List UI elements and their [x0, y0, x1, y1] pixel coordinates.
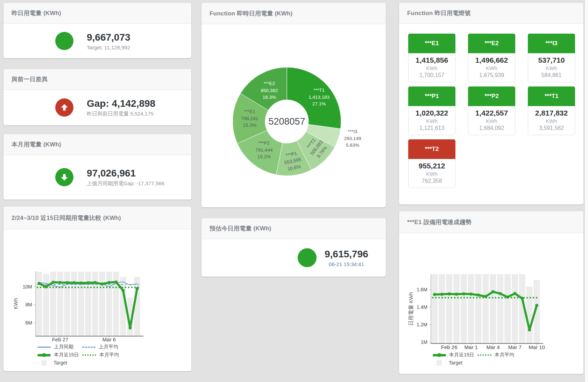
x-tick-label: Feb 26 [441, 344, 458, 350]
card-header: 昨日用電量 (KWh) [3, 3, 191, 24]
card-month-usage: 本月用電量 (KWh) 97,026,961 上個月同期用電Gap: -17,3… [3, 134, 191, 200]
target-bar [468, 274, 474, 343]
tile-status-header: ***E2 [468, 34, 515, 53]
svg-text:293,149: 293,149 [344, 136, 361, 141]
device-tile-***T1: ***T12,817,832KWh3,591,562 [528, 86, 575, 135]
card-title: Function 即時日用電量 (KWh) [210, 9, 292, 18]
svg-text:5.63%: 5.63% [346, 143, 359, 148]
device-tile-***P1: ***P11,020,322KWh1,121,613 [408, 86, 455, 135]
svg-text:1,413,183: 1,413,183 [309, 95, 330, 100]
donut-center-total: 5208057 [268, 116, 305, 127]
legend-item-本月近15日[interactable]: 本月近15日 [433, 352, 477, 358]
kpi-block: 97,026,961 上個月同期用電Gap: -17,377,566 [87, 167, 164, 187]
legend-item-Target[interactable]: Target [37, 360, 82, 366]
kpi-block: Gap: 4,142,898 昨日與前日用電量 5,524,175 [87, 98, 155, 117]
tile-unit: KWh [528, 118, 575, 124]
legend-item-本月平均[interactable]: 本月平均 [82, 352, 127, 358]
x-tick-label: Mar 10 [529, 344, 545, 350]
card-title: ***E1 設備用電達成趨勢 [407, 218, 472, 226]
card-title: 與前一日差異 [12, 75, 48, 83]
svg-text:15.2%: 15.2% [257, 154, 271, 159]
legend-item-上月平均[interactable]: 上月平均 [82, 344, 127, 350]
tile-target: 1,121,613 [409, 125, 455, 135]
tile-value: 955,212 [409, 162, 455, 170]
legend-item-上月同期[interactable]: 上月同期 [37, 344, 82, 350]
x-tick-label: Mar 1 [465, 344, 478, 350]
tile-status-header: ***T2 [408, 139, 455, 159]
y-tick-label: 1.4M [417, 304, 427, 310]
svg-text:***P2: ***P2 [258, 140, 270, 146]
arrow-down-circle-icon [55, 168, 73, 186]
legend-item-Target[interactable]: Target [433, 360, 477, 366]
legend-swatch-icon [82, 347, 95, 348]
tile-unit: KWh [468, 65, 515, 71]
kpi-subtitle: 昨日與前日用電量 5,524,175 [87, 111, 155, 117]
y-tick-label: 1.2M [417, 322, 427, 327]
tile-value: 537,710 [528, 56, 575, 64]
card-title: 昨日用電量 (KWh) [12, 9, 61, 17]
target-bar [497, 274, 503, 343]
y-axis-title: KWh [13, 298, 19, 310]
legend-row: 本月近15日本月平均 [37, 352, 127, 358]
target-bar [483, 274, 489, 343]
legend-row: 本月近15日本月平均 [433, 352, 522, 358]
card-header: Function 即時日用電量 (KWh) [201, 3, 386, 24]
target-bar [134, 277, 140, 336]
card-realtime-donut: Function 即時日用電量 (KWh) ***T11,413,18327.1… [201, 3, 386, 207]
e1-trend-line-chart: 1M1.2M1.4M1.6MFeb 26Mar 1Mar 4Mar 7Mar 1… [399, 233, 583, 354]
tile-unit: KWh [409, 118, 455, 124]
device-tile-***E2: ***E21,496,662KWh1,675,939 [468, 34, 515, 82]
kpi-subtitle: 上個月同期用電Gap: -17,377,566 [87, 180, 164, 187]
svg-text:15.3%: 15.3% [243, 123, 256, 128]
tile-status-header: ***T1 [528, 86, 575, 106]
kpi-block: 9,667,073 Target: 11,128,992 [87, 32, 130, 50]
energy-dashboard: { "colors": { "green": "#2aa22b", "red":… [0, 0, 588, 382]
y-tick-label: 1.6M [417, 287, 427, 292]
kpi-value: 9,615,796 [325, 248, 368, 260]
y-tick-label: 6M [26, 320, 32, 326]
card-status-lights: Function 昨日用電燈號 ***E11,415,856KWh1,700,1… [399, 3, 583, 204]
legend-swatch-icon [41, 360, 47, 366]
legend-item-本月近15日[interactable]: 本月近15日 [37, 352, 82, 358]
legend-label: Target [54, 360, 67, 366]
legend-label: 本月平均 [99, 352, 119, 358]
target-bar [461, 274, 467, 343]
legend-row: Target [433, 360, 477, 366]
x-tick-label: Mar 6 [102, 336, 116, 342]
legend-row: 上月同期上月平均 [37, 344, 127, 350]
tile-target: 1,675,939 [468, 72, 515, 82]
kpi-value: Gap: 4,142,898 [87, 98, 155, 110]
y-tick-label: 8M [26, 302, 32, 307]
card-header: ***E1 設備用電達成趨勢 [399, 211, 583, 233]
target-bar [475, 274, 482, 343]
card-gap-vs-previous-day: 與前一日差異 Gap: 4,142,898 昨日與前日用電量 5,524,175 [3, 69, 191, 125]
card-15day-compare-chart: 2/24~3/10 近15日同期用電量比較 (KWh) 6M8M10MFeb 2… [3, 207, 191, 371]
target-bar [432, 274, 438, 343]
svg-text:798,241: 798,241 [241, 116, 258, 121]
kpi-value: 9,667,073 [87, 32, 130, 43]
legend-item-本月平均[interactable]: 本月平均 [477, 352, 522, 358]
card-title: 預估今日用電量 (KWh) [210, 224, 271, 232]
device-tile-***I3: ***I3537,710KWh584,861 [528, 34, 575, 82]
y-tick-label: 1M [421, 339, 427, 345]
target-bar [99, 272, 105, 336]
x-tick-label: Feb 27 [52, 336, 69, 342]
card-e1-trend-chart: ***E1 設備用電達成趨勢 1M1.2M1.4M1.6MFeb 26Mar 1… [399, 211, 583, 374]
legend-label: Target [449, 360, 462, 366]
card-title: 本月用電量 (KWh) [12, 140, 61, 148]
svg-text:850,362: 850,362 [261, 88, 278, 93]
tile-unit: KWh [409, 171, 455, 177]
target-bar [36, 272, 42, 336]
card-title: Function 昨日用電燈號 [407, 9, 470, 17]
card-header: 2/24~3/10 近15日同期用電量比較 (KWh) [3, 207, 191, 229]
card-title: 2/24~3/10 近15日同期用電量比較 (KWh) [12, 214, 121, 222]
legend-label: 本月平均 [495, 352, 514, 358]
status-circle-icon [55, 32, 73, 50]
y-axis-title: 日用電量 KWh [408, 292, 414, 326]
kpi-value: 97,026,961 [87, 167, 164, 179]
svg-text:***E1: ***E1 [244, 109, 255, 114]
tile-unit: KWh [409, 65, 455, 71]
tile-status-header: ***P2 [468, 86, 515, 106]
tile-value: 1,496,662 [468, 56, 515, 64]
scrollbar-track[interactable] [585, 0, 588, 382]
